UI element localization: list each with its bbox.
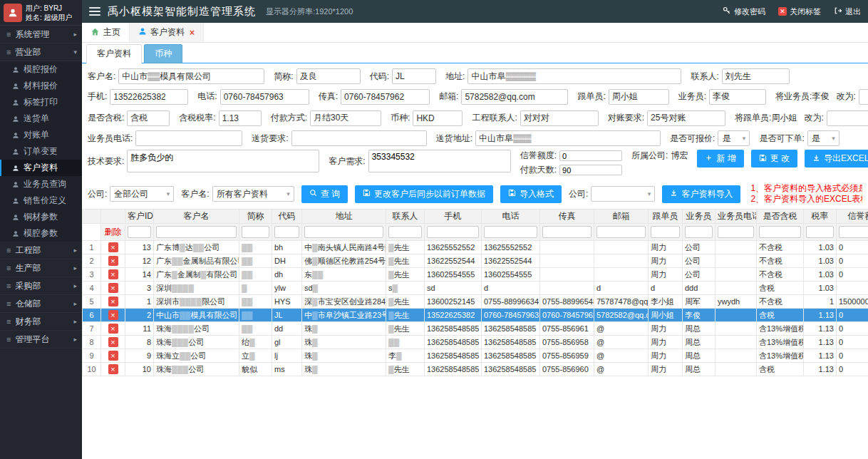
table-row[interactable]: 5×1深圳市▒▒▒▒限公司▒▒HYS深▒市宝安区创业路284号▒▒先生13600… [83,295,868,309]
tab-home[interactable]: 主页 [82,23,130,42]
delete-row-button[interactable]: × [108,296,118,306]
sidebar-section[interactable]: ≡营业部▾ [0,43,82,61]
sidebar-item[interactable]: 订单变更 [0,143,82,160]
hamburger-icon[interactable] [89,7,100,16]
salesman-phone-input[interactable] [135,130,242,146]
currency-input[interactable] [413,110,463,126]
column-header[interactable]: 邮箱 [594,210,649,224]
payment-method-input[interactable] [310,110,381,126]
column-filter-input[interactable] [156,226,237,238]
mobile-input[interactable] [110,89,188,105]
column-header[interactable]: 联系人 [386,210,425,224]
delete-row-button[interactable]: × [108,337,118,347]
change-password-link[interactable]: 修改密码 [723,6,765,17]
email-input[interactable] [461,89,568,105]
sidebar-item[interactable]: 销售价定义 [0,192,82,209]
export-excel-button[interactable]: 导出EXCEL [805,150,868,167]
column-header[interactable]: 地址 [302,210,386,224]
delete-row-button[interactable]: × [108,256,118,266]
subtab-customer-data[interactable]: 客户资料 [86,44,142,63]
column-filter-input[interactable] [304,226,383,238]
column-filter-input[interactable] [759,226,801,238]
column-filter-input[interactable] [128,226,151,238]
table-row[interactable]: 6×2中山市▒▒模具有限公司▒▒JL中▒市阜沙镇工业路23号▒▒先生135226… [83,309,868,322]
column-filter-input[interactable] [685,226,713,238]
code-input[interactable] [392,68,436,84]
table-row[interactable]: 2×12广东▒▒金属制品有限公司▒▒DH佛▒顺德区伦教路254号▒▒先生1362… [83,254,868,268]
search-button[interactable]: 查 询 [301,185,348,203]
sidebar-item[interactable]: 模腔参数 [0,225,82,242]
table-row[interactable]: 4×3深圳▒▒▒▒▒ylwsd▒s▒sddddddd含税1.03 [83,282,868,295]
sidebar-section[interactable]: ≡系统管理▸ [0,26,82,43]
update-button[interactable]: 更 改 [751,150,797,167]
column-header[interactable]: 业务员 [683,210,715,224]
phone-input[interactable] [220,89,309,105]
merchandiser-input[interactable] [609,89,669,105]
delete-row-button[interactable]: × [108,269,118,279]
table-row[interactable]: 1×13广东博▒达▒▒公司▒▒bh中▒南头镇人民南路4号▒▒先生13625552… [83,241,868,254]
table-row[interactable]: 3×14广东▒金属制▒有限公司▒▒dh东▒▒▒先生136025545551360… [83,268,868,282]
orderable-select[interactable]: 是▾ [807,130,839,146]
column-header[interactable]: 客户ID [125,210,154,224]
engineer-contact-input[interactable] [520,110,599,126]
close-tabs-link[interactable]: ✕ 关闭标签 [778,6,821,17]
sidebar-item[interactable]: 送货单 [0,110,82,127]
customer-demand-textarea[interactable]: 353345532 [368,150,511,172]
delete-row-button[interactable]: × [108,364,118,374]
delete-row-button[interactable]: × [108,283,118,293]
tax-included-input[interactable] [127,110,170,126]
logout-link[interactable]: 退出 [834,6,861,17]
fax-input[interactable] [341,89,430,105]
column-filter-input[interactable] [542,226,591,238]
sidebar-section[interactable]: ≡生产部▸ [0,259,82,277]
payment-days-input[interactable] [559,165,622,175]
delete-row-button[interactable]: × [108,324,118,334]
sidebar-item[interactable]: 铜材参数 [0,209,82,225]
table-row[interactable]: 8×8珠海▒▒▒公司绐▒gl珠▒▒▒1362585485851362585485… [83,336,868,349]
column-header[interactable]: 跟单员 [649,210,683,224]
change-salesman-input[interactable] [859,89,868,105]
tab-customer-data[interactable]: 客户资料 × [130,23,204,42]
sidebar-section[interactable]: ≡工程部▸ [0,242,82,259]
column-header[interactable]: 手机 [425,210,482,224]
subtab-currency[interactable]: 币种 [144,44,182,63]
sidebar-item[interactable]: 对账单 [0,127,82,143]
column-filter-input[interactable] [651,226,680,238]
table-row[interactable]: 10×10珠海▒▒▒公司貌似ms珠▒▒先生1362585485851362585… [83,363,868,376]
column-header[interactable]: 是否含税 [757,210,804,224]
column-header[interactable]: 代码 [272,210,302,224]
change-merchandiser-input[interactable] [827,110,868,126]
column-header[interactable]: 电话 [482,210,540,224]
table-row[interactable]: 7×11珠海▒▒▒▒公司▒▒dd珠▒▒先生1362585485851362585… [83,322,868,336]
sync-orders-button[interactable]: 更改客户后同步以前订单数据 [355,185,493,203]
salesman-input[interactable] [709,89,766,105]
tech-req-textarea[interactable]: 胜多负少的 [127,150,319,172]
column-header[interactable]: 客户名 [154,210,239,224]
table-row[interactable]: 9×9珠海立▒▒公司立▒lj珠▒李▒1362585485851362585485… [83,349,868,363]
column-filter-input[interactable] [596,226,646,238]
sidebar-item[interactable]: 材料报价 [0,78,82,94]
contact-input[interactable] [722,68,790,84]
import-company-select[interactable]: ▾ [591,186,655,202]
sidebar-section[interactable]: ≡财务部▸ [0,313,82,331]
credit-limit-input[interactable] [559,150,622,161]
column-filter-input[interactable] [388,226,422,238]
address-input[interactable] [467,68,681,84]
sidebar-section[interactable]: ≡仓储部▸ [0,295,82,313]
column-filter-input[interactable] [718,226,754,238]
import-customers-button[interactable]: 客户资料导入 [662,185,740,203]
delivery-address-input[interactable] [475,130,661,146]
sidebar-section[interactable]: ≡管理平台▸ [0,331,82,349]
column-header[interactable]: 简称 [239,210,272,224]
column-header[interactable]: 信誉额度 [837,210,868,224]
sidebar-item[interactable]: 标签打印 [0,94,82,110]
quotable-select[interactable]: 是▾ [718,130,750,146]
customer-name-input[interactable] [118,68,264,84]
short-name-input[interactable] [296,68,361,84]
column-filter-input[interactable] [274,226,299,238]
reconciliation-input[interactable] [647,110,725,126]
delete-row-button[interactable]: × [108,351,118,361]
column-header[interactable]: 传真 [540,210,594,224]
filter-customer-select[interactable]: 所有客户资料▾ [212,186,294,202]
sidebar-item[interactable]: 模腔报价 [0,61,82,78]
